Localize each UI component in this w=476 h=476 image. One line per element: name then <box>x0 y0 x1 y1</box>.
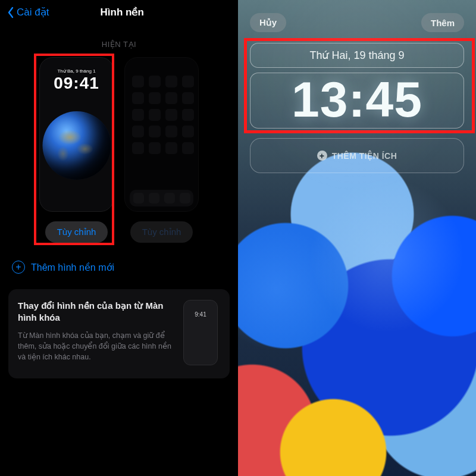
add-widget-label: THÊM TIỆN ÍCH <box>332 151 397 161</box>
mini-phone-icon: 9:41 <box>183 300 218 365</box>
add-widget-button[interactable]: + THÊM TIỆN ÍCH <box>250 138 464 173</box>
cancel-button[interactable]: Hủy <box>250 13 286 32</box>
home-grid-icon <box>132 76 191 154</box>
tip-card: Thay đổi hình nền của bạn từ Màn hình kh… <box>8 289 230 378</box>
editor-toolbar: Hủy Thêm <box>238 13 476 32</box>
lockscreen-preview[interactable]: Thứ Ba, 9 tháng 1 09:41 <box>39 57 114 212</box>
current-section-label: HIỆN TẠI <box>0 40 238 49</box>
tip-title: Thay đổi hình nền của bạn từ Màn hình kh… <box>18 300 175 324</box>
clock-block: Thứ Hai, 19 tháng 9 13:45 <box>250 43 464 129</box>
earth-icon <box>42 111 111 180</box>
preview-date: Thứ Ba, 9 tháng 1 <box>40 68 113 74</box>
lockscreen-editor: Hủy Thêm Thứ Hai, 19 tháng 9 13:45 + THÊ… <box>238 0 476 476</box>
mini-phone-time: 9:41 <box>184 311 217 318</box>
plus-icon: + <box>317 151 327 161</box>
time-widget[interactable]: 13:45 <box>250 73 464 129</box>
customize-homescreen-button[interactable]: Tùy chỉnh <box>130 221 193 243</box>
settings-wallpaper-screen: Cài đặt Hình nền HIỆN TẠI Thứ Ba, 9 thán… <box>0 0 238 476</box>
preview-time: 09:41 <box>40 74 113 93</box>
homescreen-preview[interactable] <box>124 57 199 212</box>
dock-icon <box>130 190 193 206</box>
add-button[interactable]: Thêm <box>421 13 464 32</box>
customize-lockscreen-button[interactable]: Tùy chỉnh <box>45 221 108 243</box>
date-widget[interactable]: Thứ Hai, 19 tháng 9 <box>250 43 464 68</box>
wallpaper-previews: Thứ Ba, 9 tháng 1 09:41 Tùy chỉnh Tùy ch… <box>0 57 238 243</box>
tip-body: Từ Màn hình khóa của bạn, chạm và giữ để… <box>18 330 175 362</box>
add-wallpaper-button[interactable]: + Thêm hình nền mới <box>12 261 226 274</box>
page-title: Hình nền <box>13 6 231 18</box>
plus-circle-icon: + <box>12 261 25 274</box>
add-wallpaper-label: Thêm hình nền mới <box>31 262 114 273</box>
nav-bar: Cài đặt Hình nền <box>0 0 238 23</box>
tip-illustration: 9:41 <box>183 300 220 365</box>
